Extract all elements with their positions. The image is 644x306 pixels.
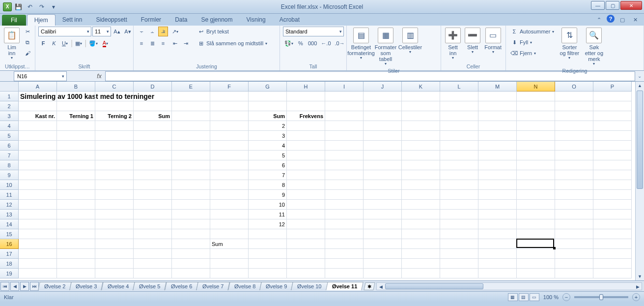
cell[interactable] xyxy=(402,269,440,278)
cell[interactable] xyxy=(325,190,364,200)
cell[interactable] xyxy=(555,219,593,229)
cell[interactable] xyxy=(134,160,172,170)
cell[interactable] xyxy=(478,131,517,141)
save-icon[interactable]: 💾 xyxy=(13,1,24,12)
cell[interactable] xyxy=(19,101,57,111)
clear-button[interactable]: ⌫Fjern xyxy=(509,48,556,58)
ribbon-tab-hjem[interactable]: Hjem xyxy=(27,14,56,26)
cell[interactable] xyxy=(134,229,172,239)
cell[interactable] xyxy=(517,180,555,190)
cell[interactable] xyxy=(57,219,95,229)
cell[interactable] xyxy=(440,249,478,259)
cell[interactable] xyxy=(402,92,440,101)
file-tab[interactable]: Fil xyxy=(2,15,26,26)
column-header[interactable]: A xyxy=(19,82,57,92)
row-header[interactable]: 4 xyxy=(0,121,19,131)
cell[interactable] xyxy=(287,92,325,101)
cell[interactable] xyxy=(555,121,593,131)
cell[interactable] xyxy=(210,190,249,200)
ribbon-tab-formler[interactable]: Formler xyxy=(134,14,168,26)
cell[interactable] xyxy=(95,190,134,200)
cell[interactable] xyxy=(478,92,517,101)
cell[interactable] xyxy=(19,190,57,200)
font-size-combo[interactable]: 11 xyxy=(92,27,111,36)
cell[interactable] xyxy=(364,101,402,111)
paste-button[interactable]: 📋 Lim inn xyxy=(3,27,21,61)
cell[interactable] xyxy=(402,131,440,141)
cell[interactable] xyxy=(325,170,364,180)
bold-button[interactable]: F xyxy=(38,38,48,48)
cell[interactable] xyxy=(57,249,95,259)
cell[interactable] xyxy=(95,101,134,111)
cell[interactable] xyxy=(95,200,134,210)
cell[interactable] xyxy=(325,111,364,121)
cell[interactable] xyxy=(210,210,249,219)
cell[interactable] xyxy=(593,131,632,141)
cells-area[interactable]: Simulering av 1000 kast med to terninger… xyxy=(19,92,632,278)
scroll-thumb[interactable] xyxy=(637,91,643,189)
wrap-text-button[interactable]: ↩Bryt tekst xyxy=(196,27,269,36)
cell[interactable] xyxy=(555,170,593,180)
column-header[interactable]: E xyxy=(172,82,210,92)
shrink-font-icon[interactable]: A▾ xyxy=(123,27,133,36)
scroll-left-icon[interactable]: ◀ xyxy=(377,283,385,291)
cell[interactable] xyxy=(478,269,517,278)
cell[interactable] xyxy=(287,160,325,170)
cell[interactable] xyxy=(210,249,249,259)
sheet-tab[interactable]: Øvelse 4 xyxy=(101,282,135,290)
cell[interactable] xyxy=(593,170,632,180)
row-header[interactable]: 16 xyxy=(0,239,19,249)
percent-format-icon[interactable]: % xyxy=(296,38,306,48)
cell[interactable]: Kast nr. xyxy=(19,111,57,121)
fill-button[interactable]: ⬇Fyll xyxy=(509,37,556,47)
cell[interactable] xyxy=(134,151,172,160)
align-left-icon[interactable]: ≡ xyxy=(137,38,146,48)
cell[interactable] xyxy=(134,200,172,210)
cell[interactable] xyxy=(593,141,632,151)
accounting-format-icon[interactable]: 💱 xyxy=(283,38,295,48)
cell[interactable] xyxy=(287,259,325,269)
scroll-up-icon[interactable]: ▲ xyxy=(636,82,644,90)
cell[interactable] xyxy=(517,219,555,229)
help-icon[interactable]: ? xyxy=(607,15,615,23)
row-header[interactable]: 13 xyxy=(0,210,19,219)
cell[interactable] xyxy=(210,160,249,170)
cell[interactable] xyxy=(364,219,402,229)
sheet-tab[interactable]: Øvelse 5 xyxy=(133,282,167,290)
cell[interactable] xyxy=(210,121,249,131)
cell[interactable] xyxy=(95,229,134,239)
number-format-combo[interactable]: Standard xyxy=(283,27,344,36)
cell[interactable] xyxy=(134,210,172,219)
cell[interactable] xyxy=(19,269,57,278)
page-break-view-icon[interactable]: ▭ xyxy=(530,293,539,301)
row-header[interactable]: 9 xyxy=(0,170,19,180)
cell[interactable]: 11 xyxy=(249,210,287,219)
cell[interactable] xyxy=(57,190,95,200)
column-header[interactable]: H xyxy=(287,82,325,92)
horizontal-scrollbar[interactable]: ◀ ▶ xyxy=(376,282,642,290)
cell[interactable] xyxy=(172,239,210,249)
align-right-icon[interactable]: ≡ xyxy=(158,38,168,48)
cell[interactable] xyxy=(402,160,440,170)
cell[interactable] xyxy=(172,190,210,200)
cell[interactable] xyxy=(57,131,95,141)
cell[interactable] xyxy=(325,121,364,131)
cell[interactable] xyxy=(210,141,249,151)
cell[interactable] xyxy=(555,180,593,190)
cell[interactable] xyxy=(402,249,440,259)
cell[interactable] xyxy=(249,269,287,278)
row-header[interactable]: 8 xyxy=(0,160,19,170)
close-button[interactable]: ✕ xyxy=(620,1,642,10)
cell[interactable] xyxy=(517,141,555,151)
cell[interactable] xyxy=(172,111,210,121)
cell[interactable] xyxy=(172,131,210,141)
column-header[interactable]: K xyxy=(402,82,440,92)
cell[interactable] xyxy=(19,121,57,131)
column-header[interactable]: P xyxy=(593,82,632,92)
cell[interactable] xyxy=(287,121,325,131)
format-cells-button[interactable]: ▭Format xyxy=(483,27,503,56)
cell[interactable] xyxy=(19,170,57,180)
cell[interactable] xyxy=(210,170,249,180)
cell[interactable] xyxy=(57,200,95,210)
cell[interactable] xyxy=(478,249,517,259)
